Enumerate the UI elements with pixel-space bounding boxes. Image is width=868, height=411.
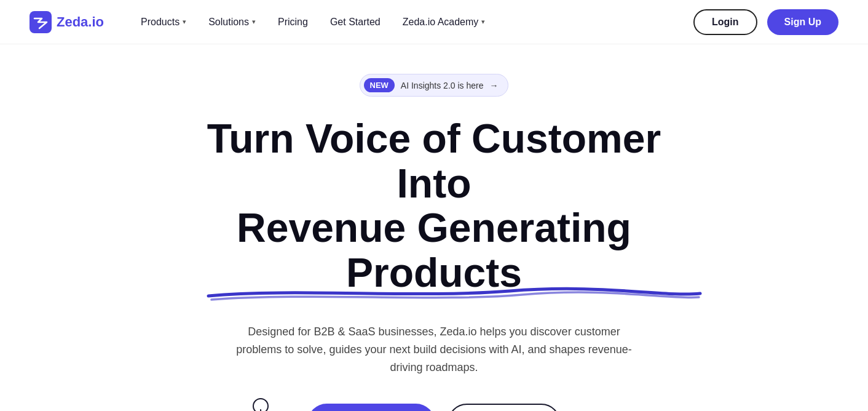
hero-title-line2: Revenue Generating Products bbox=[170, 206, 698, 295]
badge-new-label: NEW bbox=[364, 78, 395, 92]
badge-arrow-icon: → bbox=[489, 81, 498, 90]
chevron-down-icon: ▾ bbox=[183, 18, 186, 26]
navbar: Zeda.io Products ▾ Solutions ▾ Pricing G… bbox=[0, 0, 868, 44]
nav-item-academy[interactable]: Zeda.io Academy ▾ bbox=[403, 17, 486, 28]
try-for-free-button[interactable]: Try for free bbox=[307, 404, 435, 411]
chevron-down-icon: ▾ bbox=[252, 18, 256, 26]
talk-to-us-button[interactable]: Talk to us bbox=[448, 404, 561, 411]
doodle-flower bbox=[240, 385, 283, 411]
hero-subtitle: Designed for B2B & SaaS businesses, Zeda… bbox=[225, 323, 643, 376]
badge-text: AI Insights 2.0 is here bbox=[401, 81, 484, 90]
hero-title: Turn Voice of Customer Into Revenue Gene… bbox=[170, 116, 698, 295]
nav-item-pricing[interactable]: Pricing bbox=[278, 17, 308, 28]
announcement-badge[interactable]: NEW AI Insights 2.0 is here → bbox=[360, 74, 509, 97]
hero-title-line1: Turn Voice of Customer Into bbox=[207, 116, 661, 206]
nav-links: Products ▾ Solutions ▾ Pricing Get Start… bbox=[141, 17, 693, 28]
login-button[interactable]: Login bbox=[693, 9, 757, 35]
cta-row: Try for free Talk to us bbox=[307, 404, 561, 411]
chevron-down-icon: ▾ bbox=[481, 18, 485, 26]
nav-item-get-started[interactable]: Get Started bbox=[330, 17, 381, 28]
nav-item-solutions[interactable]: Solutions ▾ bbox=[208, 17, 256, 28]
underline-decoration bbox=[164, 285, 745, 302]
signup-button[interactable]: Sign Up bbox=[767, 9, 838, 35]
nav-item-products[interactable]: Products ▾ bbox=[141, 17, 186, 28]
logo-icon bbox=[30, 11, 52, 33]
logo[interactable]: Zeda.io bbox=[30, 11, 104, 33]
nav-actions: Login Sign Up bbox=[693, 9, 838, 35]
hero-section: NEW AI Insights 2.0 is here → Turn Voice… bbox=[0, 44, 868, 411]
logo-text: Zeda.io bbox=[57, 14, 104, 30]
